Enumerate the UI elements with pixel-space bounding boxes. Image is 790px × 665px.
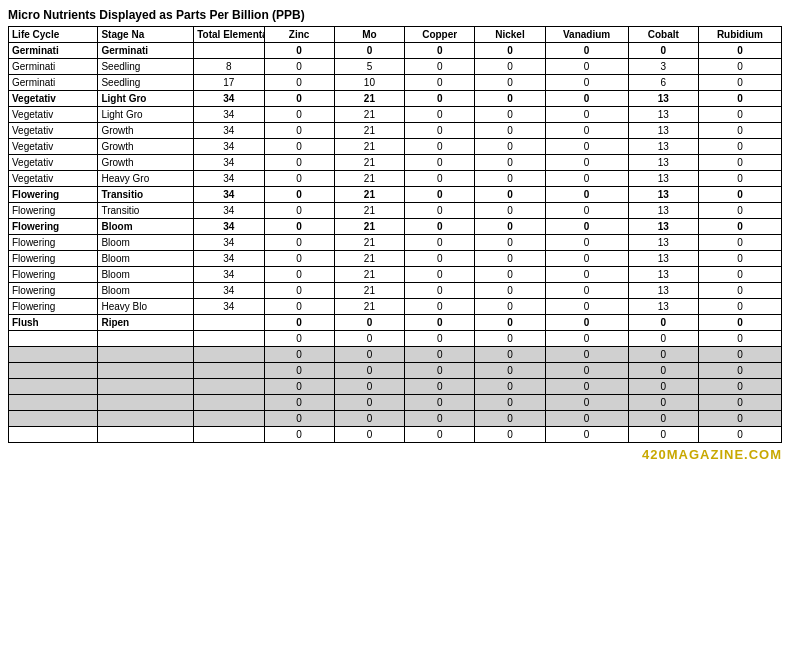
table-row: 0000000 bbox=[9, 395, 782, 411]
header-lifecycle: Life Cycle bbox=[9, 27, 98, 43]
nutrients-table: Life Cycle Stage Na Total Elemental PPBs… bbox=[8, 26, 782, 443]
header-zinc: Zinc bbox=[264, 27, 334, 43]
table-row: VegetativHeavy Gro34021000130 bbox=[9, 171, 782, 187]
header-nickel: Nickel bbox=[475, 27, 545, 43]
table-row: VegetativGrowth34021000130 bbox=[9, 139, 782, 155]
header-total: Total Elemental PPBs bbox=[194, 27, 264, 43]
header-stage: Stage Na bbox=[98, 27, 194, 43]
table-row: FloweringBloom34021000130 bbox=[9, 251, 782, 267]
table-row: GerminatiSeedling1701000060 bbox=[9, 75, 782, 91]
table-row: FloweringBloom34021000130 bbox=[9, 235, 782, 251]
header-copper: Copper bbox=[405, 27, 475, 43]
table-row: VegetativGrowth34021000130 bbox=[9, 155, 782, 171]
watermark: 420MAGAZINE.COM bbox=[8, 447, 782, 462]
header-rubidium: Rubidium bbox=[698, 27, 781, 43]
table-row: FloweringBloom34021000130 bbox=[9, 219, 782, 235]
table-row: GerminatiSeedling80500030 bbox=[9, 59, 782, 75]
table-row: FloweringBloom34021000130 bbox=[9, 283, 782, 299]
page-title: Micro Nutrients Displayed as Parts Per B… bbox=[8, 8, 782, 22]
table-row: FloweringBloom34021000130 bbox=[9, 267, 782, 283]
table-row: GerminatiGerminati0000000 bbox=[9, 43, 782, 59]
table-row: VegetativLight Gro34021000130 bbox=[9, 91, 782, 107]
table-row: VegetativGrowth34021000130 bbox=[9, 123, 782, 139]
header-vanadium: Vanadium bbox=[545, 27, 628, 43]
header-mo: Mo bbox=[334, 27, 404, 43]
table-row: FloweringTransitio34021000130 bbox=[9, 187, 782, 203]
table-row: 0000000 bbox=[9, 331, 782, 347]
header-cobalt: Cobalt bbox=[628, 27, 698, 43]
table-row: FlushRipen0000000 bbox=[9, 315, 782, 331]
table-row: 0000000 bbox=[9, 411, 782, 427]
table-row: 0000000 bbox=[9, 363, 782, 379]
table-row: FloweringHeavy Blo34021000130 bbox=[9, 299, 782, 315]
table-row: 0000000 bbox=[9, 347, 782, 363]
table-row: VegetativLight Gro34021000130 bbox=[9, 107, 782, 123]
table-row: FloweringTransitio34021000130 bbox=[9, 203, 782, 219]
table-row: 0000000 bbox=[9, 379, 782, 395]
table-row: 0000000 bbox=[9, 427, 782, 443]
